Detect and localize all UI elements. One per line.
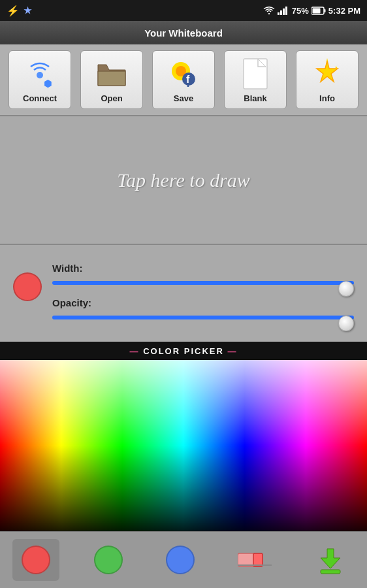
opacity-slider-track: [52, 316, 354, 319]
info-icon: [310, 57, 344, 91]
svg-rect-0: [278, 12, 279, 15]
color-tab-red[interactable]: [12, 539, 59, 581]
svg-rect-5: [324, 9, 325, 12]
color-picker-title: COLOR PICKER: [140, 346, 228, 356]
open-label: Open: [101, 93, 122, 103]
color-tab-blue[interactable]: [157, 539, 204, 581]
active-color-circle[interactable]: [13, 272, 42, 301]
download-button[interactable]: [306, 538, 355, 581]
controls-area: Width: Opacity:: [0, 244, 367, 342]
eraser-button[interactable]: [229, 542, 281, 578]
bottom-toolbar: [0, 531, 367, 588]
save-icon: f f: [167, 57, 200, 91]
sliders-container: Width: Opacity:: [52, 263, 354, 324]
opacity-label: Opacity:: [52, 297, 354, 308]
opacity-slider-row: Opacity:: [52, 297, 354, 324]
width-slider-thumb[interactable]: [338, 281, 354, 297]
color-tab-green[interactable]: [85, 539, 132, 581]
draw-placeholder: Tap here to draw: [117, 169, 250, 191]
blank-label: Blank: [244, 93, 266, 103]
green-color-circle[interactable]: [94, 546, 123, 574]
lightness-overlay: [0, 360, 367, 531]
info-label: Info: [319, 93, 335, 103]
connect-icon: ⬢: [23, 57, 57, 91]
red-color-circle[interactable]: [22, 546, 50, 574]
svg-text:f: f: [186, 74, 190, 85]
signal-icon: [278, 6, 289, 15]
draw-area[interactable]: Tap here to draw: [0, 116, 367, 244]
toolbar: ⬢ Connect Open f f Save: [0, 44, 367, 116]
svg-text:⬢: ⬢: [44, 78, 52, 89]
svg-rect-2: [283, 8, 285, 15]
app-title: Your Whiteboard: [144, 27, 223, 39]
width-label: Width:: [52, 263, 354, 274]
svg-rect-6: [312, 8, 320, 13]
connect-label: Connect: [23, 93, 57, 103]
wifi-icon: [263, 6, 275, 15]
blue-color-circle[interactable]: [166, 546, 195, 574]
connect-button[interactable]: ⬢ Connect: [8, 50, 71, 109]
width-slider-track: [52, 281, 354, 285]
svg-rect-3: [285, 7, 287, 15]
opacity-slider-thumb[interactable]: [338, 316, 354, 331]
eraser-icon: [238, 548, 272, 572]
battery-icon: [311, 7, 326, 15]
svg-point-7: [37, 72, 43, 78]
battery-percent: 75%: [292, 6, 309, 16]
info-button[interactable]: Info: [296, 50, 359, 109]
blank-button[interactable]: Blank: [224, 50, 287, 109]
width-slider-row: Width:: [52, 263, 354, 289]
svg-rect-1: [280, 10, 282, 15]
width-slider[interactable]: [52, 276, 354, 289]
svg-marker-19: [321, 549, 340, 568]
status-bar: ⚡ ★ 75% 5:32 PM: [0, 0, 367, 21]
time: 5:32 PM: [328, 6, 360, 16]
download-icon: [315, 545, 345, 575]
bluetooth-icon: ★: [24, 5, 32, 16]
open-icon: [95, 57, 129, 91]
opacity-slider[interactable]: [52, 311, 354, 324]
open-button[interactable]: Open: [80, 50, 143, 109]
usb-icon: ⚡: [7, 5, 20, 17]
blank-icon: [238, 57, 272, 91]
color-picker[interactable]: [0, 360, 367, 531]
title-bar: Your Whiteboard: [0, 21, 367, 44]
save-label: Save: [174, 93, 193, 103]
svg-rect-20: [321, 570, 340, 574]
svg-rect-14: [244, 59, 267, 89]
save-button[interactable]: f f Save: [152, 50, 215, 109]
color-picker-label: — COLOR PICKER —: [0, 342, 367, 360]
